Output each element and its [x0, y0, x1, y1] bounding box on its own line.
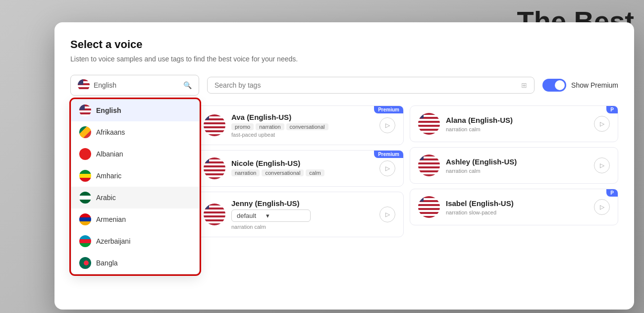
- voice-info-isabel: Isabel (English-US) narration slow-paced: [446, 199, 588, 215]
- search-icon: 🔍: [183, 81, 192, 89]
- voice-tags-ava: promo narration conversational: [231, 123, 374, 130]
- dropdown-item-amharic[interactable]: Amharic: [71, 165, 199, 187]
- voice-flag-alana: [418, 113, 440, 135]
- dropdown-label-english: English: [96, 106, 121, 114]
- tags-input[interactable]: [215, 81, 521, 89]
- right-voices-panel: Alana (English-US) narration calm ▷ P As…: [410, 105, 618, 237]
- voice-flag-ashley: [418, 155, 440, 176]
- voice-desc-isabel: narration slow-paced: [446, 209, 588, 215]
- flag-azerbaijani: [79, 235, 91, 247]
- jenny-style-dropdown[interactable]: default ▾: [231, 209, 311, 222]
- dropdown-item-arabic[interactable]: Arabic: [71, 187, 199, 209]
- dropdown-label-afrikaans: Afrikaans: [96, 128, 125, 136]
- voice-info-jenny: Jenny (English-US) default ▾ narration c…: [231, 199, 374, 230]
- dropdown-item-afrikaans[interactable]: Afrikaans: [71, 121, 199, 143]
- voice-card-ashley[interactable]: Ashley (English-US) narration calm ▷: [410, 147, 618, 184]
- voice-desc-ashley: narration calm: [446, 168, 588, 174]
- voice-card-nicole[interactable]: Nicole (English-US) narration conversati…: [195, 150, 404, 187]
- language-label: English: [94, 81, 179, 89]
- voice-card-alana[interactable]: Alana (English-US) narration calm ▷ P: [410, 105, 618, 142]
- voice-card-ava[interactable]: Ava (English-US) promo narration convers…: [195, 105, 404, 145]
- tag-promo: promo: [231, 123, 254, 130]
- flag-english: [79, 104, 91, 116]
- tags-icon: ⊞: [521, 81, 527, 89]
- play-btn-nicole[interactable]: ▷: [379, 160, 395, 176]
- show-premium-toggle[interactable]: [542, 79, 566, 92]
- premium-badge-alana: P: [606, 106, 618, 113]
- dropdown-label-azerbaijani: Azerbaijani: [96, 237, 130, 245]
- center-voices-panel: Ava (English-US) promo narration convers…: [195, 105, 404, 237]
- modal: Select a voice Listen to voice samples a…: [54, 22, 634, 310]
- voice-info-alana: Alana (English-US) narration calm: [446, 116, 588, 132]
- play-btn-alana[interactable]: ▷: [594, 116, 610, 132]
- language-dropdown[interactable]: English 🔍 English Afrikaans Albanian: [70, 75, 199, 96]
- voice-desc-jenny: narration calm: [231, 224, 374, 230]
- dropdown-item-english[interactable]: English: [71, 100, 199, 121]
- us-flag-icon: [78, 79, 90, 91]
- voice-name-ava: Ava (English-US): [231, 113, 374, 121]
- voice-tags-nicole: narration conversational calm: [231, 169, 374, 176]
- voice-name-ashley: Ashley (English-US): [446, 157, 588, 166]
- voice-card-jenny[interactable]: Jenny (English-US) default ▾ narration c…: [195, 192, 404, 237]
- dropdown-item-azerbaijani[interactable]: Azerbaijani: [71, 230, 199, 252]
- tag-conversational-nicole: conversational: [262, 169, 304, 176]
- language-dropdown-list[interactable]: English Afrikaans Albanian Amharic: [71, 99, 200, 274]
- flag-arabic: [79, 192, 91, 204]
- dropdown-item-bangla[interactable]: Bangla: [71, 252, 199, 274]
- flag-amharic: [79, 170, 91, 182]
- premium-badge-nicole: Premium: [374, 151, 403, 158]
- voice-flag-isabel: [418, 196, 440, 218]
- flag-albanian: [79, 148, 91, 160]
- voice-flag-jenny: [204, 204, 225, 225]
- voice-desc-ava: fast-paced upbeat: [231, 132, 374, 138]
- voice-name-alana: Alana (English-US): [446, 116, 588, 124]
- voice-name-jenny: Jenny (English-US): [231, 199, 374, 208]
- tag-calm-nicole: calm: [306, 169, 324, 176]
- flag-bangla: [79, 257, 91, 269]
- dropdown-item-albanian[interactable]: Albanian: [71, 143, 199, 165]
- dropdown-label-bangla: Bangla: [96, 259, 118, 267]
- modal-subtitle: Listen to voice samples and use tags to …: [70, 55, 618, 63]
- premium-badge-ava: Premium: [374, 106, 403, 113]
- voice-info-nicole: Nicole (English-US) narration conversati…: [231, 159, 374, 178]
- dropdown-label-arabic: Arabic: [96, 194, 116, 202]
- premium-badge-isabel: P: [606, 189, 618, 197]
- flag-armenian: [79, 213, 91, 225]
- voice-flag-ava: [204, 114, 225, 136]
- filters-row: English 🔍 English Afrikaans Albanian: [70, 75, 618, 96]
- tag-narration-ava: narration: [256, 123, 284, 130]
- jenny-dropdown-arrow: ▾: [266, 212, 269, 219]
- play-btn-jenny[interactable]: ▷: [379, 207, 395, 222]
- voice-info-ava: Ava (English-US) promo narration convers…: [231, 113, 374, 138]
- tag-narration-nicole: narration: [231, 169, 260, 176]
- voice-info-ashley: Ashley (English-US) narration calm: [446, 157, 588, 174]
- tag-conversational-ava: conversational: [286, 123, 328, 130]
- play-btn-isabel[interactable]: ▷: [594, 199, 610, 215]
- play-btn-ava[interactable]: ▷: [379, 117, 395, 133]
- voice-name-nicole: Nicole (English-US): [231, 159, 374, 167]
- dropdown-item-armenian[interactable]: Armenian: [71, 209, 199, 230]
- flag-afrikaans: [79, 126, 91, 138]
- show-premium-toggle-container: Show Premium: [542, 79, 618, 92]
- tags-search[interactable]: ⊞: [207, 77, 535, 94]
- modal-title: Select a voice: [70, 38, 618, 51]
- voice-name-isabel: Isabel (English-US): [446, 199, 588, 208]
- dropdown-label-amharic: Amharic: [96, 172, 121, 180]
- dropdown-label-armenian: Armenian: [96, 215, 126, 223]
- jenny-style-value: default: [237, 212, 256, 219]
- play-btn-ashley[interactable]: ▷: [594, 157, 610, 173]
- voice-card-isabel[interactable]: Isabel (English-US) narration slow-paced…: [410, 189, 618, 225]
- dropdown-label-albanian: Albanian: [96, 150, 123, 158]
- voice-desc-alana: narration calm: [446, 126, 588, 132]
- voice-flag-nicole: [204, 157, 225, 179]
- show-premium-label: Show Premium: [571, 81, 618, 89]
